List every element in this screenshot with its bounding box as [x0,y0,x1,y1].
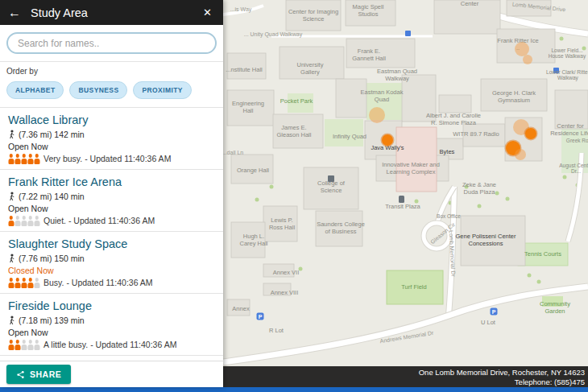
open-status: Open Now [8,142,215,152]
map-markers-layer [223,0,588,366]
busyness-person-icon [8,340,14,350]
busyness-person-icon [8,278,14,288]
open-status: Open Now [8,204,215,214]
item-title: Slaughter Study Space [8,237,215,251]
busyness-person-icon [34,216,39,226]
sort-proximity-button[interactable]: PROXIMITY [133,81,191,99]
busyness-person-icon [34,154,39,164]
walking-icon [8,254,16,264]
study-area-app: ...is WayCenter for Imaging ScienceMagic… [0,0,588,392]
busyness-person-icon [27,216,33,226]
campus-map[interactable]: ...is WayCenter for Imaging ScienceMagic… [223,0,588,366]
busyness-text: Quiet. - Updated 11:40:36 AM [43,216,155,226]
busyness-map-marker[interactable] [525,128,536,139]
back-icon[interactable]: ← [8,6,21,19]
busyness-text: Busy. - Updated 11:40:36 AM [43,278,153,288]
sort-chips: ALPHABET BUSYNESS PROXIMITY [6,81,217,99]
item-distance: (7.22 mi) 140 min [8,192,215,202]
share-label: SHARE [30,369,61,379]
footer-telephone: Telephone: (585)475 [223,378,585,387]
busyness-person-icon [14,216,20,226]
walking-icon [8,192,16,202]
busyness-person-icon [34,278,39,288]
busyness-person-icon [14,278,20,288]
busyness-person-icon [21,278,27,288]
busyness-meter [8,278,39,288]
busyness-row: Quiet. - Updated 11:40:36 AM [8,216,215,226]
map-footer: One Lomb Memorial Drive, Rochester, NY 1… [223,366,588,387]
list-item-frank-ritter-ice-arena[interactable]: Frank Ritter Ice Arena (7.22 mi) 140 min… [0,170,223,232]
sort-alphabet-button[interactable]: ALPHABET [6,81,64,99]
distance-text: (7.18 mi) 139 min [19,316,85,326]
busyness-person-icon [34,340,39,350]
item-distance: (7.18 mi) 139 min [8,316,215,326]
busyness-text: Very busy. - Updated 11:40:36 AM [43,154,171,164]
walking-icon [8,316,16,326]
busyness-person-icon [21,216,27,226]
busyness-meter [8,154,39,164]
share-row: SHARE [0,361,223,387]
close-icon[interactable]: ✕ [200,5,215,20]
busyness-person-icon [14,154,20,164]
busyness-meter [8,340,39,350]
item-title: Fireside Lounge [8,299,215,313]
item-title: Wallace Library [8,113,215,127]
panel-header: ← Study Area ✕ [0,0,223,25]
busyness-person-icon [21,340,27,350]
busyness-row: Very busy. - Updated 11:40:36 AM [8,154,215,164]
busyness-row: A little busy. - Updated 11:40:36 AM [8,340,215,350]
panel-title: Study Area [31,6,200,19]
search-input[interactable] [6,32,217,54]
busyness-person-icon [8,216,14,226]
busyness-row: Busy. - Updated 11:40:36 AM [8,278,215,288]
open-status: Closed Now [8,266,215,276]
busyness-person-icon [27,340,33,350]
busyness-map-marker[interactable] [382,134,393,146]
busyness-text: A little busy. - Updated 11:40:36 AM [43,340,176,350]
item-distance: (7.76 mi) 150 min [8,254,215,264]
distance-text: (7.22 mi) 140 min [19,192,85,202]
bottom-blue-strip [0,387,588,392]
study-area-list: Wallace Library (7.36 mi) 142 min Open N… [0,108,223,361]
share-icon [16,370,25,379]
busyness-person-icon [8,154,14,164]
search-area [0,25,223,61]
item-distance: (7.36 mi) 142 min [8,130,215,140]
order-by-section: Order by ALPHABET BUSYNESS PROXIMITY [0,62,223,107]
open-status: Open Now [8,328,215,338]
busyness-person-icon [14,340,20,350]
list-item-wallace-library[interactable]: Wallace Library (7.36 mi) 142 min Open N… [0,108,223,170]
busyness-map-marker[interactable] [369,107,385,123]
list-item-slaughter-study-space[interactable]: Slaughter Study Space (7.76 mi) 150 min … [0,232,223,294]
footer-address: One Lomb Memorial Drive, Rochester, NY 1… [223,368,585,378]
study-area-panel: ← Study Area ✕ Order by ALPHABET BUSYNES… [0,0,223,387]
busyness-map-marker[interactable] [515,149,526,160]
walking-icon [8,130,16,140]
distance-text: (7.36 mi) 142 min [19,130,85,140]
busyness-person-icon [21,154,27,164]
distance-text: (7.76 mi) 150 min [19,254,85,264]
busyness-meter [8,216,39,226]
busyness-person-icon [27,154,33,164]
busyness-map-marker[interactable] [523,55,532,64]
share-button[interactable]: SHARE [6,365,71,384]
busyness-person-icon [27,278,33,288]
list-item-fireside-lounge[interactable]: Fireside Lounge (7.18 mi) 139 min Open N… [0,294,223,356]
item-title: Frank Ritter Ice Arena [8,175,215,189]
order-by-label: Order by [6,67,217,76]
sort-busyness-button[interactable]: BUSYNESS [69,81,127,99]
